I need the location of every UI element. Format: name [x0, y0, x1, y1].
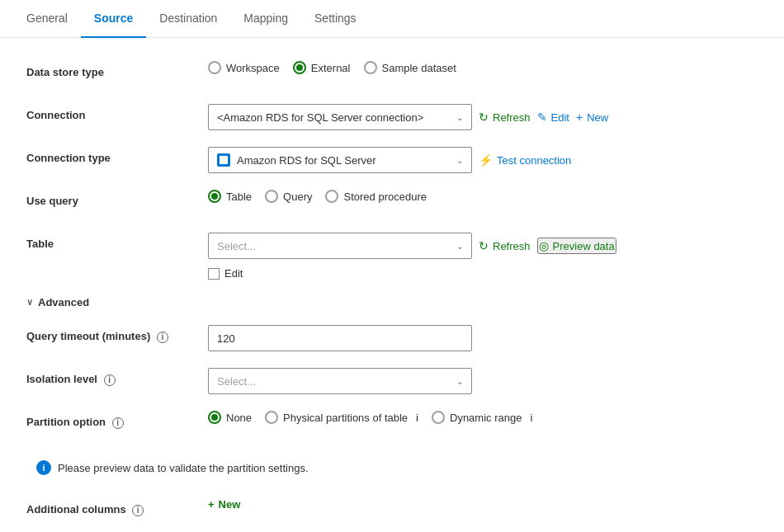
additional-columns-row: Additional columns i + New — [26, 498, 758, 525]
connection-dropdown[interactable]: <Amazon RDS for SQL Server connection> ⌄ — [208, 104, 472, 130]
advanced-label: Advanced — [38, 296, 89, 308]
use-query-radio-group: Table Query Stored procedure — [208, 190, 427, 203]
partition-option-info-icon[interactable]: i — [112, 417, 124, 429]
isolation-level-row: Isolation level i Select... ⌄ — [26, 368, 758, 394]
form-content: Data store type Workspace External Sampl… — [0, 38, 784, 532]
radio-stored-procedure-circle — [325, 190, 338, 203]
table-refresh-label: Refresh — [493, 240, 531, 252]
data-store-type-radio-group: Workspace External Sample dataset — [208, 61, 456, 74]
connection-new-label: New — [587, 111, 608, 124]
radio-physical-partitions-label: Physical partitions of table — [283, 412, 408, 424]
tab-settings[interactable]: Settings — [301, 0, 370, 38]
isolation-level-text: Select... — [217, 375, 256, 388]
tab-general[interactable]: General — [13, 0, 81, 38]
additional-columns-new-label: New — [219, 498, 241, 511]
new-plus-icon: + — [576, 111, 583, 124]
svg-rect-0 — [220, 156, 228, 164]
connection-type-dropdown[interactable]: Amazon RDS for SQL Server ⌄ — [208, 147, 472, 173]
radio-query-circle — [265, 190, 278, 203]
table-edit-label: Edit — [224, 267, 243, 280]
data-store-type-label: Data store type — [26, 61, 208, 78]
radio-table-label: Table — [226, 191, 252, 203]
connection-refresh-button[interactable]: ↻ Refresh — [479, 111, 531, 124]
table-edit-checkbox[interactable] — [208, 268, 220, 280]
data-store-type-row: Data store type Workspace External Sampl… — [26, 61, 758, 87]
table-top-row: Select... ⌄ ↻ Refresh ◎ Preview data — [208, 233, 616, 259]
connection-dropdown-text: <Amazon RDS for SQL Server connection> — [217, 111, 423, 124]
radio-workspace-label: Workspace — [226, 62, 280, 74]
table-refresh-button[interactable]: ↻ Refresh — [479, 239, 531, 252]
refresh-icon: ↻ — [479, 111, 489, 124]
radio-table[interactable]: Table — [208, 190, 252, 203]
radio-sample-dataset-label: Sample dataset — [382, 62, 456, 74]
tab-destination[interactable]: Destination — [146, 0, 230, 38]
radio-workspace-circle — [208, 61, 221, 74]
isolation-level-info-icon[interactable]: i — [104, 374, 116, 386]
table-label: Table — [26, 233, 208, 250]
additional-columns-info-icon[interactable]: i — [132, 505, 144, 516]
partition-option-label: Partition option i — [26, 411, 208, 429]
data-store-type-controls: Workspace External Sample dataset — [208, 61, 758, 74]
physical-partitions-info-icon[interactable]: i — [416, 412, 418, 424]
radio-dynamic-range-circle — [432, 411, 445, 424]
radio-physical-partitions[interactable]: Physical partitions of table i — [265, 411, 418, 424]
connection-edit-label: Edit — [551, 111, 569, 124]
radio-dynamic-range[interactable]: Dynamic range i — [432, 411, 532, 424]
radio-query[interactable]: Query — [265, 190, 312, 203]
radio-workspace[interactable]: Workspace — [208, 61, 280, 74]
connection-new-button[interactable]: + New — [576, 111, 608, 124]
connection-type-icon — [217, 153, 230, 167]
dynamic-range-info-icon[interactable]: i — [530, 412, 532, 424]
query-timeout-input[interactable] — [208, 325, 472, 351]
additional-columns-plus-icon: + — [208, 498, 215, 511]
additional-columns-controls: + New — [208, 498, 758, 511]
table-refresh-icon: ↻ — [479, 239, 489, 252]
use-query-row: Use query Table Query Stored procedure — [26, 190, 758, 216]
radio-external-label: External — [311, 62, 351, 74]
radio-none-circle — [208, 411, 221, 424]
preview-data-button[interactable]: ◎ Preview data — [537, 238, 616, 254]
radio-external[interactable]: External — [293, 61, 351, 74]
connection-type-inner: Amazon RDS for SQL Server — [217, 153, 376, 167]
use-query-controls: Table Query Stored procedure — [208, 190, 758, 203]
isolation-level-controls: Select... ⌄ — [208, 368, 758, 394]
query-timeout-controls — [208, 325, 758, 351]
connection-label: Connection — [26, 104, 208, 121]
advanced-toggle[interactable]: ∨ Advanced — [26, 296, 758, 308]
advanced-chevron-icon: ∨ — [26, 297, 33, 308]
connection-refresh-label: Refresh — [493, 111, 531, 124]
radio-query-label: Query — [283, 191, 312, 203]
connection-controls: <Amazon RDS for SQL Server connection> ⌄… — [208, 104, 758, 130]
table-chevron-icon: ⌄ — [456, 242, 463, 251]
table-controls: Select... ⌄ ↻ Refresh ◎ Preview data Edi… — [208, 233, 758, 280]
tab-mapping[interactable]: Mapping — [230, 0, 301, 38]
table-row: Table Select... ⌄ ↻ Refresh ◎ Preview da… — [26, 233, 758, 280]
radio-external-circle — [293, 61, 306, 74]
connection-type-chevron-icon: ⌄ — [456, 156, 463, 165]
partition-option-controls: None Physical partitions of table i Dyna… — [208, 411, 758, 424]
isolation-level-dropdown[interactable]: Select... ⌄ — [208, 368, 472, 394]
test-connection-label: Test connection — [497, 154, 571, 167]
table-dropdown-text: Select... — [217, 240, 256, 252]
info-message-text: Please preview data to validate the part… — [58, 462, 309, 474]
partition-option-row: Partition option i None Physical partiti… — [26, 411, 758, 437]
connection-row: Connection <Amazon RDS for SQL Server co… — [26, 104, 758, 130]
table-edit-row: Edit — [208, 267, 243, 280]
radio-physical-partitions-circle — [265, 411, 278, 424]
radio-sample-dataset[interactable]: Sample dataset — [364, 61, 456, 74]
radio-sample-dataset-circle — [364, 61, 377, 74]
query-timeout-info-icon[interactable]: i — [157, 332, 168, 343]
test-connection-button[interactable]: ⚡ Test connection — [479, 153, 571, 167]
connection-edit-button[interactable]: ✎ Edit — [537, 111, 569, 124]
radio-stored-procedure[interactable]: Stored procedure — [325, 190, 426, 203]
additional-columns-label: Additional columns i — [26, 498, 208, 516]
tab-source[interactable]: Source — [81, 0, 146, 38]
radio-stored-procedure-label: Stored procedure — [343, 191, 426, 203]
table-dropdown[interactable]: Select... ⌄ — [208, 233, 472, 259]
preview-icon: ◎ — [539, 239, 549, 252]
isolation-level-chevron-icon: ⌄ — [456, 377, 463, 386]
edit-icon: ✎ — [537, 111, 547, 124]
query-timeout-row: Query timeout (minutes) i — [26, 325, 758, 351]
radio-none[interactable]: None — [208, 411, 252, 424]
additional-columns-new-button[interactable]: + New — [208, 498, 240, 511]
